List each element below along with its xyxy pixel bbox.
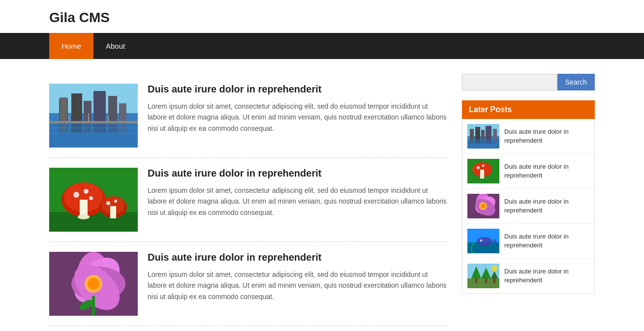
post-body: Duis aute irure dolor in reprehenderit L… xyxy=(148,168,447,232)
svg-point-85 xyxy=(491,266,497,271)
sidebar: Search Later Posts xyxy=(462,74,595,331)
post-excerpt: Lorem ipsum dolor sit amet, consectetur … xyxy=(148,101,447,134)
svg-rect-82 xyxy=(485,278,487,283)
post-thumbnail xyxy=(49,168,138,232)
svg-point-72 xyxy=(477,237,492,246)
svg-rect-9 xyxy=(49,123,138,148)
svg-point-30 xyxy=(114,200,117,203)
post-item: Duis aute irure dolor in reprehenderit L… xyxy=(49,158,447,242)
later-posts-list: Duis aute irure dolor in reprehenderit D… xyxy=(462,119,595,294)
post-title[interactable]: Duis aute irure dolor in reprehenderit xyxy=(148,168,447,179)
search-input[interactable] xyxy=(462,74,557,90)
site-title: Gila CMS xyxy=(0,0,644,33)
later-post-title: Duis aute irure dolor in reprehenderit xyxy=(504,197,589,215)
later-post-title: Duis aute irure dolor in reprehenderit xyxy=(504,162,589,180)
svg-point-63 xyxy=(482,165,485,167)
svg-rect-21 xyxy=(80,200,88,217)
svg-point-74 xyxy=(480,240,482,241)
search-button[interactable]: Search xyxy=(557,74,595,90)
svg-rect-38 xyxy=(92,296,95,316)
svg-rect-58 xyxy=(467,140,499,149)
svg-rect-13 xyxy=(49,121,138,123)
svg-point-23 xyxy=(73,192,79,198)
post-item: Duis aute irure dolor in reprehenderit L… xyxy=(49,74,447,158)
later-post-thumbnail xyxy=(467,159,499,183)
svg-rect-28 xyxy=(110,206,116,218)
svg-rect-84 xyxy=(493,278,495,283)
svg-point-62 xyxy=(477,166,480,169)
posts-content: Duis aute irure dolor in reprehenderit L… xyxy=(49,74,447,331)
later-post-title: Duis aute irure dolor in reprehenderit xyxy=(504,232,589,250)
later-post-thumbnail xyxy=(467,264,499,288)
post-thumbnail xyxy=(49,84,138,148)
post-item: Duis aute irure dolor in reprehenderit L… xyxy=(49,242,447,326)
svg-point-22 xyxy=(78,214,90,219)
svg-point-24 xyxy=(84,189,89,194)
post-excerpt: Lorem ipsum dolor sit amet, consectetur … xyxy=(148,269,447,302)
svg-point-69 xyxy=(481,204,486,209)
svg-rect-61 xyxy=(480,170,484,179)
nav-item-home[interactable]: Home xyxy=(49,33,93,59)
later-post-title: Duis aute irure dolor in reprehenderit xyxy=(504,267,589,285)
post-title[interactable]: Duis aute irure dolor in reprehenderit xyxy=(148,252,447,263)
post-title[interactable]: Duis aute irure dolor in reprehenderit xyxy=(148,84,447,95)
search-box: Search xyxy=(462,74,595,90)
svg-point-25 xyxy=(89,196,93,200)
later-posts-title: Later Posts xyxy=(462,100,595,119)
later-post-item[interactable]: Duis aute irure dolor in reprehenderit xyxy=(462,224,594,259)
later-post-item[interactable]: Duis aute irure dolor in reprehenderit xyxy=(462,119,594,154)
svg-point-29 xyxy=(106,201,110,205)
post-thumbnail xyxy=(49,252,138,316)
post-body: Duis aute irure dolor in reprehenderit L… xyxy=(148,84,447,148)
later-post-thumbnail xyxy=(467,229,499,253)
svg-rect-79 xyxy=(475,278,477,283)
later-post-item[interactable]: Duis aute irure dolor in reprehenderit xyxy=(462,154,594,189)
svg-point-37 xyxy=(88,278,99,290)
navbar: Home About xyxy=(0,33,644,59)
later-post-item[interactable]: Duis aute irure dolor in reprehenderit xyxy=(462,189,594,224)
post-body: Duis aute irure dolor in reprehenderit L… xyxy=(148,252,447,316)
post-excerpt: Lorem ipsum dolor sit amet, consectetur … xyxy=(148,185,447,218)
later-post-title: Duis aute irure dolor in reprehenderit xyxy=(504,127,589,145)
post-item: Duis aute irure dolor in reprehenderit xyxy=(49,326,447,331)
nav-item-about[interactable]: About xyxy=(93,33,137,59)
later-post-thumbnail xyxy=(467,124,499,149)
later-post-thumbnail xyxy=(467,194,499,218)
later-post-item[interactable]: Duis aute irure dolor in reprehenderit xyxy=(462,259,594,293)
